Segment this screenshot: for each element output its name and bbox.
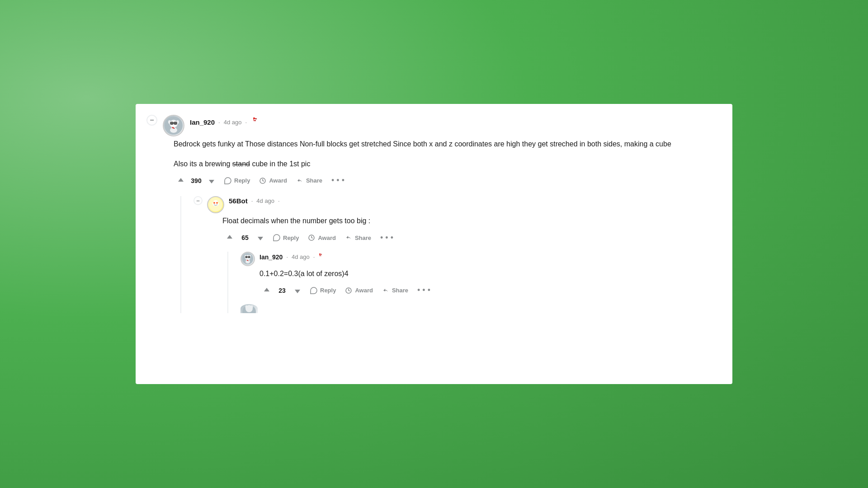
timestamp-1: · (218, 119, 220, 126)
thread-line-col-1 (172, 196, 190, 313)
more-button-2[interactable]: • • • (377, 231, 397, 244)
action-bar-2: 65 Reply Award (222, 231, 718, 244)
downvote-icon-3 (294, 287, 301, 294)
svg-point-21 (218, 200, 220, 203)
svg-rect-39 (321, 254, 322, 255)
upvote-icon-2 (226, 234, 233, 241)
svg-point-46 (251, 305, 253, 309)
svg-rect-16 (254, 120, 256, 121)
avatar-ian-920-nested (241, 252, 255, 266)
svg-rect-40 (319, 255, 320, 256)
award-icon-1 (252, 117, 261, 128)
username-56bot[interactable]: 56Bot (229, 197, 248, 205)
comment-body-1: Bedrock gets funky at Those distances No… (174, 138, 718, 169)
timestamp-3: 4d ago (292, 253, 310, 260)
more-icon-1: • • • (331, 176, 344, 185)
share-button-2[interactable]: Share (341, 231, 375, 244)
award-button-2[interactable]: Award (304, 231, 340, 244)
reply-icon-2 (273, 234, 280, 241)
downvote-button-2[interactable] (253, 231, 268, 244)
minus-icon-2: − (196, 197, 200, 204)
svg-rect-11 (172, 127, 174, 128)
svg-point-20 (212, 200, 214, 203)
downvote-button-1[interactable] (204, 174, 219, 187)
comment-1: − (146, 115, 718, 313)
timestamp-1-text: 4d ago (224, 119, 242, 126)
svg-rect-36 (247, 260, 248, 261)
svg-point-45 (245, 305, 248, 309)
reply-level-2: Ian_920 · 4d ago · (219, 252, 718, 314)
thread-content-2: Ian_920 · 4d ago · (237, 252, 718, 314)
action-bar-1: 390 Reply Award Share • • • (174, 174, 718, 187)
vote-group-2: 65 (222, 231, 268, 244)
upvote-button-2[interactable] (222, 231, 237, 244)
username-ian-920-nested[interactable]: Ian_920 (259, 253, 283, 261)
svg-rect-41 (320, 255, 321, 256)
comment-text-3: 0.1+0.2=0.3(a lot of zeros)4 (259, 268, 718, 280)
svg-rect-38 (319, 253, 321, 255)
svg-rect-15 (253, 119, 254, 121)
award-icon-btn-2 (308, 234, 315, 241)
collapse-button-1[interactable]: − (146, 115, 157, 126)
vote-group-1: 390 (174, 174, 219, 187)
award-icon-btn-3 (345, 287, 352, 294)
thread-line-1[interactable] (180, 196, 181, 313)
svg-rect-13 (253, 117, 255, 119)
share-icon-3 (382, 287, 389, 294)
downvote-button-3[interactable] (290, 284, 305, 297)
reply-button-2[interactable]: Reply (269, 231, 302, 244)
svg-point-22 (213, 202, 215, 204)
svg-rect-37 (248, 260, 249, 261)
avatar-56bot (207, 196, 224, 213)
svg-rect-12 (174, 128, 175, 129)
share-button-3[interactable]: Share (378, 284, 412, 297)
share-icon-1 (296, 177, 303, 184)
award-icon-btn-1 (259, 177, 266, 184)
vote-group-3: 23 (259, 284, 305, 297)
action-bar-3: 23 Reply (259, 284, 718, 297)
downvote-icon-1 (208, 177, 215, 184)
more-icon-2: • • • (380, 233, 393, 242)
avatar-partial (241, 304, 258, 313)
thread-content-1: − (190, 196, 718, 313)
minus-icon: − (150, 116, 154, 124)
share-icon-2 (345, 234, 352, 241)
reply-button-1[interactable]: Reply (221, 174, 254, 187)
award-button-3[interactable]: Award (341, 284, 377, 297)
more-icon-3: • • • (417, 286, 430, 295)
more-button-3[interactable]: • • • (414, 284, 434, 297)
comment-card: − (136, 104, 732, 384)
username-ian-920[interactable]: Ian_920 (190, 118, 215, 126)
reply-icon-3 (310, 287, 317, 294)
upvote-icon-1 (177, 177, 184, 184)
more-button-1[interactable]: • • • (328, 174, 348, 187)
timestamp-2: 4d ago (256, 197, 274, 204)
svg-point-23 (216, 202, 218, 204)
comment-body-3: 0.1+0.2=0.3(a lot of zeros)4 (259, 268, 718, 280)
reply-icon-1 (224, 177, 231, 184)
upvote-icon-3 (263, 287, 270, 294)
reply-level-1: − (172, 196, 718, 313)
reply-button-3[interactable]: Reply (307, 284, 340, 297)
vote-count-1: 390 (190, 177, 203, 184)
comment-text-1a: Bedrock gets funky at Those distances No… (174, 138, 718, 150)
share-button-1[interactable]: Share (292, 174, 326, 187)
dot-separator-1: · (245, 119, 247, 126)
thread-line-2[interactable] (227, 252, 228, 314)
award-button-1[interactable]: Award (255, 174, 291, 187)
comment-text-1b: Also its a brewing stand cube in the 1st… (174, 158, 718, 170)
upvote-button-1[interactable] (174, 174, 188, 187)
collapse-button-2[interactable]: − (193, 196, 203, 205)
thread-line-col-2 (219, 252, 237, 314)
strikethrough-stand: stand (232, 160, 250, 168)
vote-count-2: 65 (239, 234, 251, 241)
comment-body-2: Float decimals when the number gets too … (222, 215, 718, 227)
vote-count-3: 23 (276, 287, 288, 294)
avatar-ian-920 (163, 115, 184, 136)
comment-text-2: Float decimals when the number gets too … (222, 215, 718, 227)
award-icon-nested (318, 253, 326, 262)
upvote-button-3[interactable] (259, 284, 274, 297)
svg-rect-14 (255, 118, 257, 119)
svg-point-24 (213, 206, 218, 211)
downvote-icon-2 (257, 234, 264, 241)
